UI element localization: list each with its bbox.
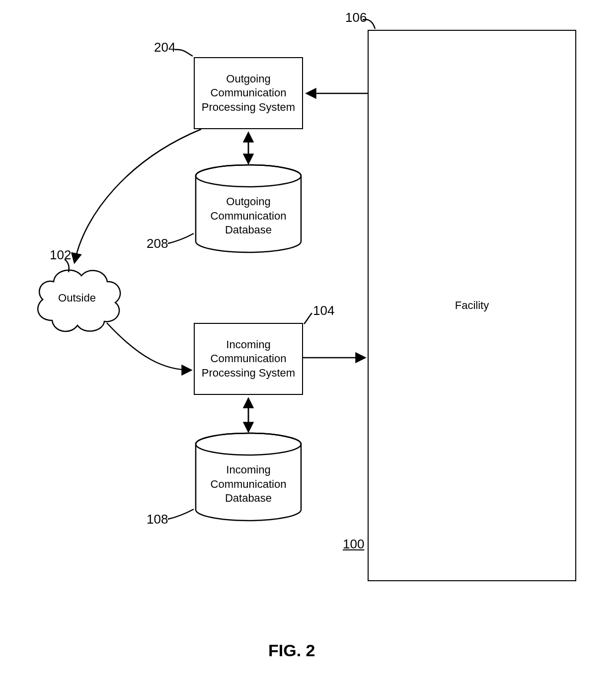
ref-108: 108	[147, 512, 168, 527]
ref-106: 106	[345, 10, 367, 25]
outgoing-system-box: OutgoingCommunicationProcessing System	[194, 57, 303, 129]
ref-208: 208	[147, 236, 168, 251]
incoming-system-box: IncomingCommunicationProcessing System	[194, 323, 303, 395]
ref-100: 100	[343, 537, 364, 552]
incoming-db-label: IncomingCommunicationDatabase	[194, 463, 303, 506]
outgoing-db-cylinder: OutgoingCommunicationDatabase	[194, 164, 303, 253]
outside-cloud: Outside	[30, 261, 124, 338]
facility-label: Facility	[452, 296, 492, 316]
facility-box: Facility	[368, 30, 576, 581]
diagram-canvas: Facility OutgoingCommunicationProcessing…	[0, 0, 616, 691]
outgoing-db-label: OutgoingCommunicationDatabase	[194, 195, 303, 237]
ref-104: 104	[313, 303, 334, 318]
figure-caption: FIG. 2	[268, 641, 315, 660]
incoming-system-label: IncomingCommunicationProcessing System	[199, 335, 298, 384]
outgoing-system-label: OutgoingCommunicationProcessing System	[199, 69, 298, 118]
outside-label: Outside	[30, 292, 124, 305]
ref-102: 102	[50, 247, 71, 263]
incoming-db-cylinder: IncomingCommunicationDatabase	[194, 432, 303, 522]
ref-204: 204	[154, 40, 175, 55]
